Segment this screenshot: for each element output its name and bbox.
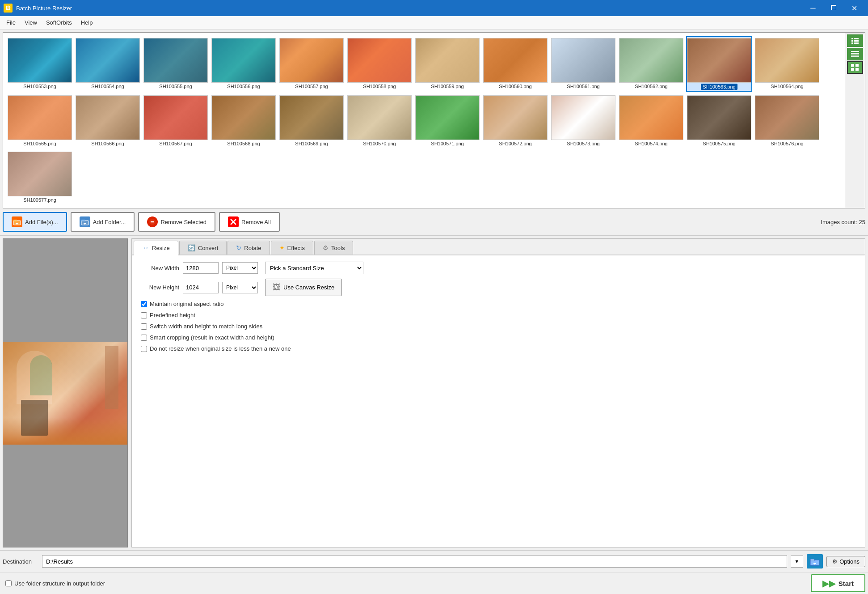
thumb-item[interactable]: SH100569.png <box>278 93 345 148</box>
width-unit-select[interactable]: Pixel % cm inch <box>222 262 258 274</box>
svg-rect-19 <box>81 220 85 221</box>
thumbnail-image <box>551 95 615 140</box>
no-resize-smaller-checkbox[interactable] <box>141 346 147 352</box>
folder-structure-label[interactable]: Use folder structure in output folder <box>14 580 105 587</box>
restore-button[interactable]: ⧠ <box>823 0 844 16</box>
thumb-item[interactable]: SH100559.png <box>414 36 480 92</box>
remove-selected-button[interactable]: Remove Selected <box>138 212 215 232</box>
thumb-item[interactable]: SH100577.png <box>7 150 73 204</box>
thumbnail-image <box>8 95 72 140</box>
thumbnail-image <box>347 38 412 83</box>
height-unit-select[interactable]: Pixel % cm inch <box>222 282 258 293</box>
switch-wh-label[interactable]: Switch width and height to match long si… <box>150 323 262 330</box>
view-list-btn[interactable] <box>847 34 863 47</box>
standard-size-select[interactable]: Pick a Standard Size 640x480 800x600 102… <box>265 262 363 274</box>
canvas-resize-button[interactable]: 🖼 Use Canvas Resize <box>265 279 342 296</box>
thumb-item[interactable]: SH100554.png <box>75 36 141 92</box>
add-folder-button[interactable]: Add Folder... <box>71 212 135 232</box>
thumbnail-image <box>279 95 344 140</box>
gallery-area: SH100553.pngSH100554.pngSH100555.pngSH10… <box>3 33 845 208</box>
smart-crop-label[interactable]: Smart cropping (result in exact width an… <box>150 334 274 341</box>
thumb-item[interactable]: SH100572.png <box>482 93 548 148</box>
thumb-item[interactable]: SH100565.png <box>7 93 73 148</box>
svg-rect-13 <box>855 68 859 71</box>
thumb-item[interactable]: SH100566.png <box>75 93 141 148</box>
thumb-item[interactable]: SH100553.png <box>7 36 73 92</box>
switch-wh-checkbox[interactable] <box>141 323 147 330</box>
no-resize-smaller-label[interactable]: Do not resize when original size is less… <box>150 345 291 352</box>
view-details-btn[interactable] <box>847 48 863 60</box>
main-container: SH100553.pngSH100554.pngSH100555.pngSH10… <box>0 30 868 594</box>
thumb-item[interactable]: SH100568.png <box>211 93 277 148</box>
thumb-item[interactable]: SH100555.png <box>143 36 209 92</box>
thumb-item[interactable]: SH100571.png <box>414 93 480 148</box>
predefined-height-label[interactable]: Predefined height <box>150 312 195 318</box>
start-button[interactable]: ▶▶ Start <box>811 574 865 592</box>
thumbnail-label: SH100574.png <box>635 141 667 146</box>
view-grid-btn[interactable] <box>847 61 863 74</box>
thumb-item[interactable]: SH100576.png <box>754 93 820 148</box>
new-height-input[interactable] <box>183 282 219 293</box>
no-resize-smaller-row: Do not resize when original size is less… <box>139 345 858 352</box>
thumb-item[interactable]: SH100557.png <box>278 36 345 92</box>
options-button[interactable]: ⚙ Options <box>826 556 865 567</box>
new-width-input[interactable] <box>183 262 219 274</box>
thumbnail-image <box>143 95 208 140</box>
bottom-bar: Use folder structure in output folder ▶▶… <box>0 572 868 594</box>
thumb-item[interactable]: SH100562.png <box>618 36 684 92</box>
svg-rect-10 <box>851 64 854 67</box>
canvas-resize-icon: 🖼 <box>273 283 281 292</box>
menu-softorbits[interactable]: SoftOrbits <box>42 17 76 28</box>
thumbnail-label: SH100559.png <box>431 84 463 89</box>
add-folder-icon <box>80 216 90 227</box>
destination-browse-button[interactable] <box>807 554 823 569</box>
thumb-item[interactable]: SH100556.png <box>211 36 277 92</box>
remove-all-icon <box>228 216 239 227</box>
add-files-button[interactable]: Add File(s)... <box>3 212 67 232</box>
thumb-item[interactable]: SH100563.png <box>686 36 752 92</box>
thumb-item[interactable]: SH100558.png <box>346 36 413 92</box>
tab-convert[interactable]: 🔄 Convert <box>179 241 227 255</box>
settings-panel: ↔ Resize 🔄 Convert ↻ Rotate ✦ Effects ⚙ <box>131 238 865 547</box>
titlebar: 🖼 Batch Picture Resizer ─ ⧠ ✕ <box>0 0 868 16</box>
thumb-item[interactable]: SH100560.png <box>482 36 548 92</box>
destination-input[interactable] <box>42 555 787 568</box>
destination-dropdown-arrow[interactable]: ▼ <box>791 555 803 568</box>
add-files-icon <box>12 216 22 227</box>
menu-view[interactable]: View <box>20 17 42 28</box>
predefined-height-checkbox[interactable] <box>141 312 147 318</box>
tab-rotate[interactable]: ↻ Rotate <box>228 241 270 255</box>
thumbnail-image <box>619 95 683 140</box>
thumb-item[interactable]: SH100564.png <box>754 36 820 92</box>
thumbnail-image <box>755 38 819 83</box>
minimize-button[interactable]: ─ <box>803 0 823 16</box>
maintain-aspect-label[interactable]: Maintain original aspect ratio <box>150 301 223 307</box>
tab-resize[interactable]: ↔ Resize <box>134 241 178 255</box>
resize-tab-icon: ↔ <box>142 244 149 252</box>
menu-help[interactable]: Help <box>76 17 97 28</box>
menubar: File View SoftOrbits Help <box>0 16 868 30</box>
predefined-height-row: Predefined height <box>139 312 858 318</box>
destination-label: Destination <box>3 558 38 565</box>
close-button[interactable]: ✕ <box>844 0 864 16</box>
thumb-item[interactable]: SH100575.png <box>686 93 752 148</box>
tab-bar: ↔ Resize 🔄 Convert ↻ Rotate ✦ Effects ⚙ <box>132 239 865 255</box>
remove-all-button[interactable]: Remove All <box>219 212 280 232</box>
folder-structure-checkbox[interactable] <box>5 580 12 586</box>
thumbnail-label: SH100567.png <box>159 141 192 146</box>
view-controls <box>845 33 865 208</box>
menu-file[interactable]: File <box>2 17 20 28</box>
smart-crop-checkbox[interactable] <box>141 335 147 341</box>
thumb-item[interactable]: SH100570.png <box>346 93 413 148</box>
thumb-item[interactable]: SH100574.png <box>618 93 684 148</box>
tab-effects[interactable]: ✦ Effects <box>271 241 314 255</box>
thumb-item[interactable]: SH100567.png <box>143 93 209 148</box>
thumb-item[interactable]: SH100573.png <box>550 93 616 148</box>
tab-tools[interactable]: ⚙ Tools <box>314 241 353 255</box>
thumbnail-label: SH100554.png <box>91 84 124 89</box>
maintain-aspect-checkbox[interactable] <box>141 301 147 307</box>
thumbnail-image <box>279 38 344 83</box>
destination-bar: Destination ▼ ⚙ Options <box>0 550 868 572</box>
thumbnail-image <box>415 38 480 83</box>
thumb-item[interactable]: SH100561.png <box>550 36 616 92</box>
